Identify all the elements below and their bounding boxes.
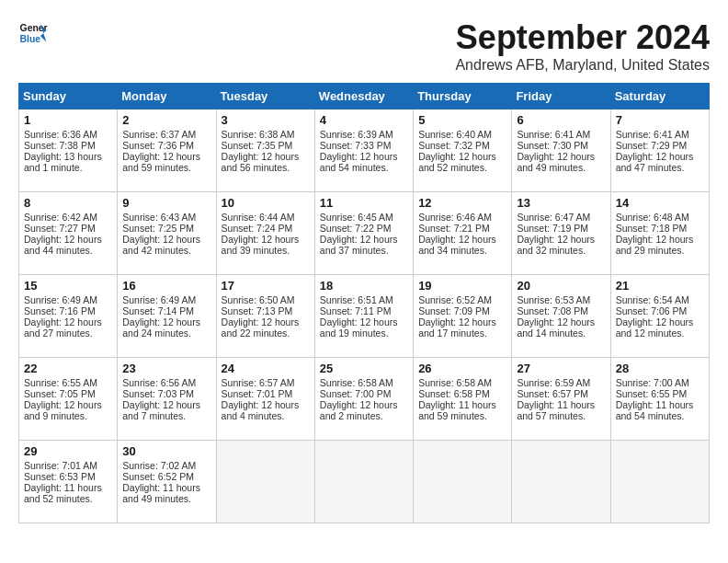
day-cell-2: 2Sunrise: 6:37 AMSunset: 7:36 PMDaylight… [118, 109, 216, 192]
day-number: 4 [320, 113, 408, 127]
sunset: Sunset: 7:36 PM [122, 140, 194, 151]
day-cell-17: 17Sunrise: 6:50 AMSunset: 7:13 PMDayligh… [216, 275, 314, 358]
day-header-wednesday: Wednesday [314, 84, 413, 109]
sunrise: Sunrise: 6:51 AM [320, 294, 393, 305]
sunset: Sunset: 7:08 PM [517, 305, 588, 316]
sunrise: Sunrise: 7:02 AM [122, 460, 196, 471]
daylight: Daylight: 12 hours and 49 minutes. [517, 151, 595, 173]
daylight: Daylight: 12 hours and 59 minutes. [122, 151, 200, 173]
day-header-saturday: Saturday [610, 84, 709, 109]
daylight: Daylight: 12 hours and 7 minutes. [122, 399, 200, 421]
day-cell-23: 23Sunrise: 6:56 AMSunset: 7:03 PMDayligh… [118, 358, 216, 441]
day-header-sunday: Sunday [19, 84, 118, 109]
days-header-row: SundayMondayTuesdayWednesdayThursdayFrid… [19, 84, 710, 109]
sunset: Sunset: 7:06 PM [616, 305, 688, 316]
day-number: 3 [222, 113, 310, 127]
day-header-monday: Monday [118, 84, 216, 109]
day-number: 16 [122, 279, 210, 293]
day-number: 2 [122, 113, 210, 127]
day-number: 20 [517, 279, 605, 293]
empty-cell [512, 441, 610, 523]
day-number: 13 [517, 196, 605, 210]
day-number: 12 [418, 196, 506, 210]
daylight: Daylight: 12 hours and 52 minutes. [418, 151, 496, 173]
day-cell-19: 19Sunrise: 6:52 AMSunset: 7:09 PMDayligh… [414, 275, 512, 358]
sunrise: Sunrise: 6:55 AM [24, 377, 97, 388]
day-number: 7 [616, 113, 704, 127]
day-number: 15 [24, 279, 112, 293]
day-number: 25 [320, 362, 408, 375]
week-row-4: 22Sunrise: 6:55 AMSunset: 7:05 PMDayligh… [19, 358, 710, 441]
sunset: Sunset: 7:32 PM [418, 140, 490, 151]
day-cell-30: 30Sunrise: 7:02 AMSunset: 6:52 PMDayligh… [118, 441, 216, 523]
sunset: Sunset: 7:14 PM [122, 305, 194, 316]
sunrise: Sunrise: 6:45 AM [320, 212, 393, 223]
sunrise: Sunrise: 6:49 AM [24, 294, 97, 305]
sunrise: Sunrise: 6:38 AM [222, 129, 295, 140]
day-number: 8 [24, 196, 112, 210]
day-number: 28 [616, 362, 704, 375]
day-cell-13: 13Sunrise: 6:47 AMSunset: 7:19 PMDayligh… [512, 192, 610, 275]
calendar-table: SundayMondayTuesdayWednesdayThursdayFrid… [18, 83, 710, 523]
sunrise: Sunrise: 6:42 AM [24, 212, 97, 223]
day-number: 30 [122, 444, 210, 458]
month-title: September 2024 [455, 18, 710, 57]
sunset: Sunset: 7:22 PM [320, 223, 392, 234]
sunrise: Sunrise: 6:49 AM [122, 294, 196, 305]
sunrise: Sunrise: 6:47 AM [517, 212, 590, 223]
sunrise: Sunrise: 7:01 AM [24, 460, 97, 471]
sunset: Sunset: 7:29 PM [616, 140, 688, 151]
empty-cell [216, 441, 314, 523]
day-cell-3: 3Sunrise: 6:38 AMSunset: 7:35 PMDaylight… [216, 109, 314, 192]
daylight: Daylight: 11 hours and 59 minutes. [418, 399, 496, 421]
sunset: Sunset: 6:55 PM [616, 388, 688, 399]
daylight: Daylight: 11 hours and 49 minutes. [122, 482, 200, 504]
day-number: 21 [616, 279, 704, 293]
sunset: Sunset: 7:35 PM [222, 140, 293, 151]
day-cell-28: 28Sunrise: 7:00 AMSunset: 6:55 PMDayligh… [610, 358, 709, 441]
day-cell-5: 5Sunrise: 6:40 AMSunset: 7:32 PMDaylight… [414, 109, 512, 192]
sunrise: Sunrise: 6:37 AM [122, 129, 196, 140]
header: General Blue September 2024 Andrews AFB,… [18, 18, 710, 74]
daylight: Daylight: 12 hours and 2 minutes. [320, 399, 398, 421]
sunset: Sunset: 7:19 PM [517, 223, 588, 234]
sunrise: Sunrise: 6:52 AM [418, 294, 492, 305]
daylight: Daylight: 12 hours and 54 minutes. [320, 151, 398, 173]
day-cell-16: 16Sunrise: 6:49 AMSunset: 7:14 PMDayligh… [118, 275, 216, 358]
sunset: Sunset: 7:21 PM [418, 223, 490, 234]
sunset: Sunset: 7:03 PM [122, 388, 194, 399]
day-cell-6: 6Sunrise: 6:41 AMSunset: 7:30 PMDaylight… [512, 109, 610, 192]
sunrise: Sunrise: 6:56 AM [122, 377, 196, 388]
week-row-3: 15Sunrise: 6:49 AMSunset: 7:16 PMDayligh… [19, 275, 710, 358]
daylight: Daylight: 13 hours and 1 minute. [24, 151, 102, 173]
daylight: Daylight: 12 hours and 34 minutes. [418, 234, 496, 256]
day-number: 18 [320, 279, 408, 293]
day-number: 6 [517, 113, 605, 127]
daylight: Daylight: 12 hours and 32 minutes. [517, 234, 595, 256]
day-number: 23 [122, 362, 210, 375]
daylight: Daylight: 12 hours and 9 minutes. [24, 399, 102, 421]
sunrise: Sunrise: 6:48 AM [616, 212, 689, 223]
daylight: Daylight: 12 hours and 17 minutes. [418, 316, 496, 339]
day-number: 24 [222, 362, 310, 375]
day-cell-10: 10Sunrise: 6:44 AMSunset: 7:24 PMDayligh… [216, 192, 314, 275]
sunrise: Sunrise: 6:41 AM [517, 129, 590, 140]
sunset: Sunset: 7:01 PM [222, 388, 293, 399]
day-number: 22 [24, 362, 112, 375]
week-row-2: 8Sunrise: 6:42 AMSunset: 7:27 PMDaylight… [19, 192, 710, 275]
sunrise: Sunrise: 6:43 AM [122, 212, 196, 223]
day-cell-14: 14Sunrise: 6:48 AMSunset: 7:18 PMDayligh… [610, 192, 709, 275]
sunset: Sunset: 6:52 PM [122, 471, 194, 482]
day-number: 26 [418, 362, 506, 375]
day-cell-7: 7Sunrise: 6:41 AMSunset: 7:29 PMDaylight… [610, 109, 709, 192]
sunrise: Sunrise: 6:39 AM [320, 129, 393, 140]
sunset: Sunset: 7:00 PM [320, 388, 392, 399]
daylight: Daylight: 12 hours and 47 minutes. [616, 151, 694, 173]
sunrise: Sunrise: 6:44 AM [222, 212, 295, 223]
sunset: Sunset: 7:11 PM [320, 305, 392, 316]
sunrise: Sunrise: 6:58 AM [418, 377, 492, 388]
sunset: Sunset: 7:16 PM [24, 305, 96, 316]
week-row-5: 29Sunrise: 7:01 AMSunset: 6:53 PMDayligh… [19, 441, 710, 523]
sunset: Sunset: 7:33 PM [320, 140, 392, 151]
sunset: Sunset: 7:25 PM [122, 223, 194, 234]
